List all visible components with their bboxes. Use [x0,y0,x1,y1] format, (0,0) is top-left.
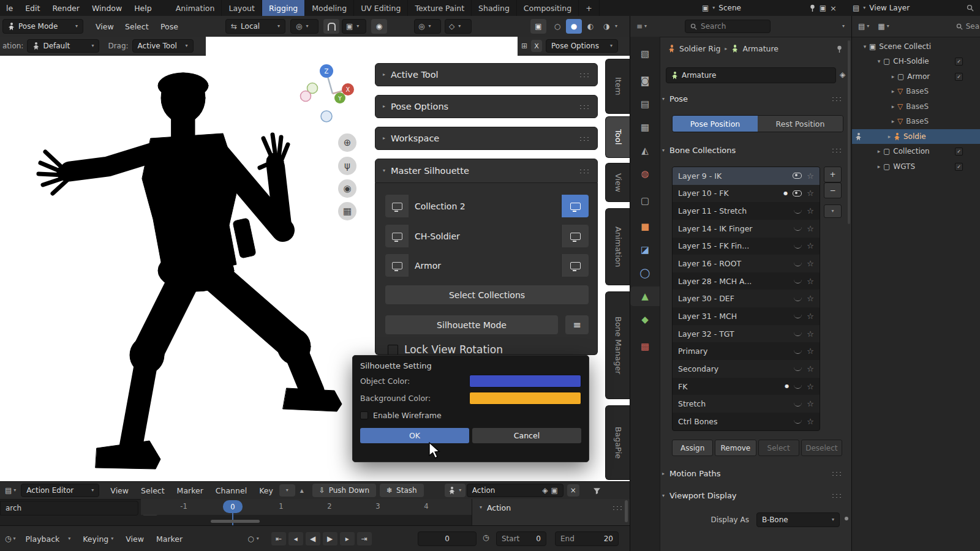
menu-select[interactable]: Select [135,482,171,499]
silhouette-menu-button[interactable]: ≡ [565,315,589,334]
display-as-dropdown[interactable]: B-Bone ▾ [756,512,840,527]
menu-view[interactable]: View [119,526,150,551]
channel-search-input[interactable]: arch [0,501,138,515]
viewport-3d[interactable]: Z X Y ⊕ ψ ◉ ▦ ation: Default ▾ Drag: Act… [0,37,630,481]
breadcrumb-object[interactable]: Soldier Rig [679,44,720,53]
shading-solid-icon[interactable]: ● [566,19,582,34]
gizmo-axis-x-neg[interactable] [301,91,311,102]
jump-to-start-button[interactable]: ⇤ [271,532,286,545]
menu-view[interactable]: View [104,482,135,499]
pose-panel-header[interactable]: ▾ Pose [662,94,842,103]
remove-button[interactable]: Remove [715,440,756,456]
solo-star-icon[interactable]: ☆ [807,418,814,425]
expand-caret-icon[interactable]: ▾ [875,58,883,64]
tab-modeling[interactable]: Modeling [305,0,354,16]
gizmos-dropdown[interactable]: ◇ ▾ [445,19,472,34]
menu-file[interactable]: le [0,0,19,16]
shading-material-icon[interactable]: ◐ [583,19,598,34]
bone-collection-row[interactable]: Layer 30 - DEF☆ [673,290,820,307]
exclude-checkbox[interactable]: ✓ [955,163,963,171]
tab-render[interactable]: ◙ [630,71,660,91]
snap-target-dropdown[interactable]: ▣ ▾ [342,19,366,34]
menu-select[interactable]: Select [119,16,155,37]
menu-window[interactable]: Window [86,0,128,16]
tab-collection[interactable]: ▢ [630,191,660,211]
expand-caret-icon[interactable]: ▸ [889,118,897,124]
expand-caret-icon[interactable]: ▸ [889,88,897,94]
solo-star-icon[interactable]: ☆ [807,225,814,233]
solo-star-icon[interactable]: ☆ [807,277,814,285]
visibility-eye-icon[interactable] [794,366,802,371]
snap-toggle[interactable] [323,19,339,34]
solo-star-icon[interactable]: ☆ [807,172,814,180]
overlays-dropdown[interactable]: ◎ ▾ [414,19,441,34]
navigation-gizmo[interactable]: Z X Y [294,59,374,138]
visibility-eye-icon[interactable] [794,209,802,214]
outliner-row-ch-soldier[interactable]: ▾ ▢ CH-Soldie ✓ [852,54,980,69]
menu-playback[interactable]: Playback ▾ [20,526,77,551]
outliner-row-collection[interactable]: ▸ ▢ Collection ✓ [852,144,980,159]
solo-star-icon[interactable]: ☆ [807,260,814,268]
menu-keying[interactable]: Keying ▾ [77,526,119,551]
remove-collection-button[interactable]: − [824,182,842,198]
expand-caret-icon[interactable]: ▸ [875,163,883,170]
visibility-monitor-toggle[interactable] [561,195,589,217]
transform-orientation-dropdown[interactable]: ⇆ Local ▾ [225,19,285,34]
xray-toggle[interactable]: ▣ [530,19,546,34]
visibility-eye-icon[interactable] [794,384,802,389]
tab-tool[interactable]: ▧ [630,44,660,64]
drag-handle-icon[interactable] [831,471,842,476]
solo-star-icon[interactable]: ☆ [807,242,814,250]
push-down-button[interactable]: ⇩ Push Down [312,484,376,497]
unlink-action-button[interactable]: × [567,484,579,497]
bone-collection-row[interactable]: Ctrl Bones☆ [673,413,820,430]
tab-layout[interactable]: Layout [222,0,262,16]
select-button[interactable]: Select [758,440,799,456]
zoom-button[interactable]: ⊕ [338,133,356,152]
editor-type-button[interactable]: ▤ ▾ [858,22,869,31]
display-mode-button[interactable]: ▦ ▾ [878,22,889,31]
solo-star-icon[interactable]: ☆ [807,189,814,197]
menu-view[interactable]: View [89,16,120,37]
playhead-line[interactable] [232,512,233,526]
fake-user-shield-icon[interactable]: ◈ [542,486,548,495]
tab-scene[interactable]: ◭ [630,141,660,160]
enable-wireframe-checkbox[interactable] [360,411,368,419]
bone-collection-row[interactable]: Primary☆ [673,342,820,360]
tab-world[interactable]: ◍ [630,164,660,184]
panel-active-tool[interactable]: ▸ Active Tool [375,63,598,86]
pose-options-dropdown[interactable]: Pose Options ▾ [546,39,618,53]
bone-collection-row[interactable]: Layer 14 - IK Finger☆ [673,220,820,238]
editor-type-button[interactable]: ◷ ▾ [5,534,16,543]
viewport-display-header[interactable]: ▾ Viewport Display [662,491,842,500]
float-panel-icon[interactable]: ⊞ [521,42,527,50]
prev-keyframe-button[interactable]: ◂ [288,532,303,545]
action-name-field[interactable]: Action ◈ ▣ [467,484,564,497]
animate-property-dot[interactable] [845,517,848,520]
orientation-setting-dropdown[interactable]: Default ▾ [27,39,99,53]
visibility-eye-icon[interactable] [794,261,802,266]
sidebar-tab-view[interactable]: View [605,163,630,202]
pin-icon[interactable] [809,4,816,12]
visibility-eye-icon[interactable] [794,244,802,249]
silhouette-mode-button[interactable]: Silhouette Mode [385,315,558,334]
visibility-eye-icon[interactable] [794,419,802,424]
tab-object[interactable]: ■ [630,217,660,236]
cancel-button[interactable]: Cancel [472,428,581,443]
bone-collection-row[interactable]: Layer 28 - MCH A...☆ [673,272,820,290]
bone-collection-row[interactable]: Layer 16 - ROOT☆ [673,255,820,272]
collection-row[interactable]: CH-Soldier [385,225,589,247]
scene-selector[interactable]: ▣ ▾ Scene ▣ × [698,1,840,15]
stash-button[interactable]: ❄ Stash [380,484,424,497]
solo-star-icon[interactable]: ☆ [807,365,814,373]
proportional-editing-toggle[interactable]: ◉ [371,19,387,34]
ok-button[interactable]: OK [360,428,469,443]
panel-pose-options[interactable]: ▸ Pose Options [375,95,598,118]
menu-help[interactable]: Help [128,0,158,16]
tab-modifiers[interactable]: ◪ [630,240,660,260]
preview-range-clock-icon[interactable]: ◷ [483,533,489,542]
pose-position-button[interactable]: Pose Position [673,116,758,132]
tab-uv-editing[interactable]: UV Editing [354,0,408,16]
timeline-ruler[interactable]: -1 1 2 3 4 [141,499,472,515]
shading-wireframe-icon[interactable]: ○ [550,19,565,34]
